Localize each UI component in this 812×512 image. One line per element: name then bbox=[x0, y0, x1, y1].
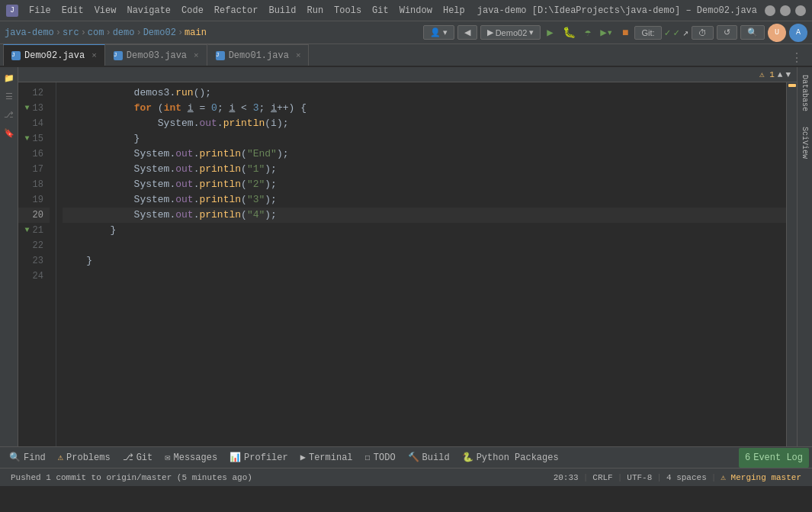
code-content[interactable]: demos3.run(); for (int i = 0; i < 3; i++… bbox=[56, 82, 786, 446]
sidebar-icon-structure[interactable]: ☰ bbox=[2, 89, 17, 104]
status-indent[interactable]: 4 spaces bbox=[662, 473, 711, 482]
window-controls[interactable] bbox=[765, 5, 806, 16]
code-line-12: demos3.run(); bbox=[63, 85, 786, 101]
breadcrumb-com[interactable]: com bbox=[88, 27, 104, 38]
tabs-more-button[interactable]: ⋮ bbox=[785, 50, 809, 66]
tool-todo[interactable]: ☐ TODO bbox=[359, 448, 402, 468]
breadcrumb-project[interactable]: java-demo bbox=[5, 27, 54, 38]
line-num-14: 14 bbox=[18, 116, 50, 131]
menu-refactor[interactable]: Refactor bbox=[210, 4, 263, 18]
assistant-avatar[interactable]: A bbox=[789, 24, 807, 42]
app-icon: J bbox=[6, 5, 18, 17]
code-editor: 12 ▼13 14 ▼15 16 17 18 19 20 ▼21 22 23 2… bbox=[18, 82, 797, 446]
menu-bar[interactable]: File Edit View Navigate Code Refactor Bu… bbox=[24, 4, 470, 18]
run-coverage-button[interactable]: ☂ bbox=[582, 26, 594, 39]
status-position[interactable]: 20:33 bbox=[549, 473, 583, 482]
sidebar-icon-commit[interactable]: ⎇ bbox=[2, 107, 17, 122]
back-button[interactable]: ◀ bbox=[457, 25, 477, 40]
tool-python-label: Python Packages bbox=[477, 452, 559, 463]
code-line-16: System.out.println("End"); bbox=[63, 147, 786, 162]
breadcrumb-method[interactable]: main bbox=[185, 27, 207, 38]
breadcrumb: java-demo › src › com › demo › Demo02 › … bbox=[5, 27, 207, 38]
line-num-24: 24 bbox=[18, 269, 50, 284]
git-checkmark2[interactable]: ✓ bbox=[673, 27, 679, 39]
right-panel-database[interactable]: Database bbox=[799, 70, 810, 116]
status-charset[interactable]: UTF-8 bbox=[622, 473, 656, 482]
bottom-tool-strip: 🔍 Find ⚠ Problems ⎇ Git ✉ Messages 📊 Pro… bbox=[0, 446, 812, 468]
line-num-17: 17 bbox=[18, 162, 50, 177]
git-label[interactable]: Git: bbox=[634, 26, 661, 40]
tool-problems[interactable]: ⚠ Problems bbox=[52, 448, 117, 468]
warning-expand[interactable]: ▲ bbox=[778, 70, 783, 79]
line-num-20: 20 bbox=[18, 208, 50, 223]
tab-demo02[interactable]: J Demo02.java × bbox=[3, 44, 105, 66]
tool-find[interactable]: 🔍 Find bbox=[3, 448, 52, 468]
python-icon: 🐍 bbox=[462, 452, 473, 463]
code-line-17: System.out.println("1"); bbox=[63, 162, 786, 177]
sidebar-icon-project[interactable]: 📁 bbox=[2, 70, 17, 85]
fold-icon-13[interactable]: ▼ bbox=[25, 101, 30, 116]
vcs-button[interactable]: 👤 ▾ bbox=[423, 25, 454, 40]
editor-scrollbar[interactable] bbox=[786, 82, 797, 446]
tool-build[interactable]: 🔨 Build bbox=[402, 448, 456, 468]
user-avatar[interactable]: U bbox=[768, 24, 786, 42]
minimize-button[interactable] bbox=[765, 5, 775, 16]
git-branch[interactable]: ↗ bbox=[682, 27, 688, 39]
tool-build-label: Build bbox=[422, 452, 450, 463]
code-line-24 bbox=[63, 269, 786, 284]
sidebar-icon-bookmarks[interactable]: 🔖 bbox=[2, 125, 17, 140]
menu-edit[interactable]: Edit bbox=[57, 4, 88, 18]
menu-file[interactable]: File bbox=[24, 4, 56, 18]
problems-icon: ⚠ bbox=[58, 452, 63, 463]
tool-profiler[interactable]: 📊 Profiler bbox=[223, 448, 294, 468]
tool-messages[interactable]: ✉ Messages bbox=[159, 448, 223, 468]
tab-close-demo03[interactable]: × bbox=[194, 51, 199, 60]
menu-code[interactable]: Code bbox=[177, 4, 208, 18]
breadcrumb-file[interactable]: Demo02 bbox=[143, 27, 176, 38]
menu-navigate[interactable]: Navigate bbox=[122, 4, 175, 18]
close-button[interactable] bbox=[795, 5, 806, 16]
menu-build[interactable]: Build bbox=[264, 4, 300, 18]
debug-button[interactable]: 🐛 bbox=[560, 26, 579, 39]
event-log-button[interactable]: 6 Event Log bbox=[739, 448, 809, 468]
breadcrumb-demo[interactable]: demo bbox=[113, 27, 135, 38]
tool-python[interactable]: 🐍 Python Packages bbox=[456, 448, 565, 468]
event-log-count: 6 bbox=[745, 452, 750, 463]
find-icon: 🔍 bbox=[9, 452, 21, 463]
menu-run[interactable]: Run bbox=[302, 4, 328, 18]
line-num-19: 19 bbox=[18, 192, 50, 208]
line-num-23: 23 bbox=[18, 253, 50, 269]
undo-button[interactable]: ↺ bbox=[717, 25, 737, 40]
tool-git[interactable]: ⎇ Git bbox=[117, 448, 159, 468]
menu-git[interactable]: Git bbox=[367, 4, 393, 18]
stop-button[interactable]: ■ bbox=[619, 27, 631, 39]
warning-collapse[interactable]: ▼ bbox=[785, 70, 791, 79]
history-button[interactable]: ⏱ bbox=[692, 26, 714, 40]
warning-badge[interactable]: ⚠ 1 bbox=[759, 69, 775, 79]
tab-demo01[interactable]: J Demo01.java × bbox=[207, 44, 310, 66]
run-config-dropdown[interactable]: ▶ Demo02 ▾ bbox=[480, 25, 541, 40]
right-panel-sciview[interactable]: SciView bbox=[799, 122, 810, 163]
menu-tools[interactable]: Tools bbox=[329, 4, 366, 18]
search-button[interactable]: 🔍 bbox=[740, 25, 765, 40]
run-more-button[interactable]: ▶▾ bbox=[597, 26, 616, 39]
status-warning[interactable]: ⚠ Merging master bbox=[716, 472, 806, 482]
breadcrumb-src[interactable]: src bbox=[63, 27, 79, 38]
run-button[interactable]: ▶ bbox=[544, 26, 556, 39]
tool-terminal[interactable]: ▶ Terminal bbox=[294, 448, 359, 468]
status-line-ending[interactable]: CRLF bbox=[588, 473, 617, 482]
warning-bar: ⚠ 1 ▲ ▼ bbox=[18, 67, 797, 82]
tab-close-demo02[interactable]: × bbox=[91, 51, 97, 60]
fold-icon-15[interactable]: ▼ bbox=[25, 131, 30, 147]
fold-icon-21[interactable]: ▼ bbox=[25, 223, 30, 238]
tab-close-demo01[interactable]: × bbox=[296, 51, 301, 60]
menu-help[interactable]: Help bbox=[438, 4, 470, 18]
maximize-button[interactable] bbox=[780, 5, 791, 16]
menu-view[interactable]: View bbox=[90, 4, 121, 18]
git-checkmark1[interactable]: ✓ bbox=[665, 27, 671, 39]
tab-demo03[interactable]: J Demo03.java × bbox=[105, 44, 207, 66]
tab-icon-demo03: J bbox=[114, 51, 123, 60]
menu-window[interactable]: Window bbox=[395, 4, 437, 18]
status-git-message[interactable]: Pushed 1 commit to origin/master (5 minu… bbox=[6, 473, 257, 482]
profiler-icon: 📊 bbox=[229, 452, 241, 463]
